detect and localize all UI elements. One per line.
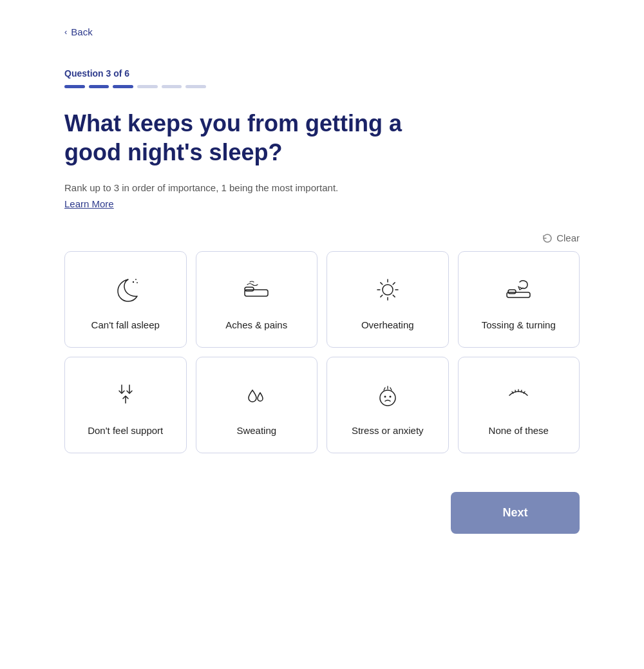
- svg-point-0: [133, 281, 134, 282]
- option-aches-pains-label: Aches & pains: [225, 318, 287, 332]
- progress-segment-3: [113, 85, 133, 88]
- svg-point-21: [389, 395, 391, 397]
- progress-segment-6: [185, 85, 206, 88]
- option-stress-anxiety[interactable]: Stress or anxiety: [327, 357, 449, 453]
- svg-point-1: [135, 279, 137, 280]
- footer: Next: [64, 492, 580, 560]
- options-grid: Can't fall asleep Aches & pains: [64, 251, 580, 453]
- reset-icon: [542, 233, 553, 243]
- support-icon: [108, 377, 144, 413]
- svg-rect-14: [507, 292, 530, 297]
- option-tossing-turning[interactable]: Tossing & turning: [458, 251, 580, 348]
- option-none-of-these[interactable]: None of these: [458, 357, 580, 453]
- svg-rect-15: [508, 290, 516, 294]
- svg-point-2: [137, 282, 138, 283]
- instruction-text: Rank up to 3 in order of importance, 1 b…: [64, 182, 580, 193]
- chevron-left-icon: ‹: [64, 27, 67, 37]
- progress-segment-2: [89, 85, 109, 88]
- svg-point-19: [380, 390, 395, 406]
- learn-more-link[interactable]: Learn More: [64, 198, 114, 209]
- progress-bar: [64, 85, 206, 88]
- option-dont-feel-support-label: Don't feel support: [88, 424, 163, 437]
- clear-button[interactable]: Clear: [542, 232, 580, 243]
- aches-icon: [238, 272, 274, 308]
- svg-point-20: [384, 395, 386, 397]
- progress-segment-4: [137, 85, 158, 88]
- option-cant-fall-asleep[interactable]: Can't fall asleep: [64, 251, 187, 348]
- option-none-of-these-label: None of these: [489, 424, 549, 437]
- option-sweating-label: Sweating: [236, 424, 276, 437]
- back-label: Back: [71, 26, 92, 37]
- option-sweating[interactable]: Sweating: [196, 357, 318, 453]
- svg-line-11: [393, 295, 395, 297]
- option-overheating-label: Overheating: [361, 318, 414, 332]
- sweating-icon: [238, 377, 274, 413]
- option-dont-feel-support[interactable]: Don't feel support: [64, 357, 187, 453]
- svg-point-5: [383, 285, 393, 295]
- question-label: Question 3 of 6: [64, 68, 580, 79]
- option-cant-fall-asleep-label: Can't fall asleep: [91, 318, 160, 332]
- progress-segment-1: [64, 85, 85, 88]
- option-stress-anxiety-label: Stress or anxiety: [352, 424, 424, 437]
- option-aches-pains[interactable]: Aches & pains: [196, 251, 318, 348]
- progress-segment-5: [162, 85, 182, 88]
- next-button[interactable]: Next: [451, 492, 580, 534]
- svg-line-12: [393, 282, 395, 284]
- option-overheating[interactable]: Overheating: [327, 251, 449, 348]
- svg-line-13: [381, 295, 383, 297]
- svg-line-24: [390, 388, 392, 390]
- tossing-icon: [500, 272, 536, 308]
- svg-rect-4: [245, 287, 254, 291]
- option-tossing-turning-label: Tossing & turning: [482, 318, 556, 332]
- sun-icon: [370, 272, 406, 308]
- question-title: What keeps you from getting a good night…: [64, 109, 464, 167]
- progress-section: Question 3 of 6: [64, 68, 580, 88]
- svg-line-22: [384, 388, 385, 390]
- stress-icon: [370, 377, 406, 413]
- moon-icon: [108, 272, 144, 308]
- none-icon: [500, 377, 536, 413]
- clear-label: Clear: [556, 232, 580, 243]
- svg-line-10: [381, 282, 383, 284]
- back-button[interactable]: ‹ Back: [64, 26, 93, 37]
